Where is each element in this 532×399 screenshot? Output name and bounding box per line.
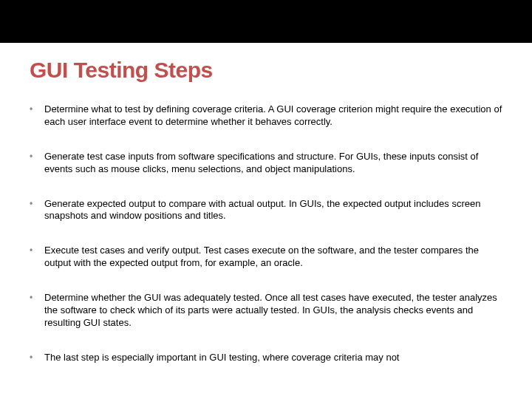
bullet-text: Determine what to test by defining cover… (44, 103, 502, 129)
bullet-icon: • (30, 245, 44, 257)
bullet-icon: • (30, 151, 44, 163)
list-item: • Determine whether the GUI was adequate… (30, 292, 502, 330)
bullet-text: The last step is especially important in… (44, 352, 502, 364)
bullet-list: • Determine what to test by defining cov… (30, 103, 502, 364)
list-item: • Generate test case inputs from softwar… (30, 151, 502, 176)
bullet-text: Execute test cases and verify output. Te… (44, 245, 502, 270)
slide-title: GUI Testing Steps (30, 58, 502, 83)
list-item: • Execute test cases and verify output. … (30, 245, 502, 270)
bullet-text: Generate expected output to compare with… (44, 198, 502, 223)
list-item: • Determine what to test by defining cov… (30, 103, 502, 129)
bullet-text: Generate test case inputs from software … (44, 151, 502, 176)
slide-content: GUI Testing Steps • Determine what to te… (0, 43, 532, 364)
top-bar (0, 0, 532, 43)
bullet-icon: • (30, 352, 44, 364)
bullet-icon: • (30, 103, 44, 116)
bullet-text: Determine whether the GUI was adequately… (44, 292, 502, 330)
bullet-icon: • (30, 292, 44, 304)
bullet-icon: • (30, 198, 44, 211)
list-item: • The last step is especially important … (30, 352, 502, 364)
list-item: • Generate expected output to compare wi… (30, 198, 502, 223)
